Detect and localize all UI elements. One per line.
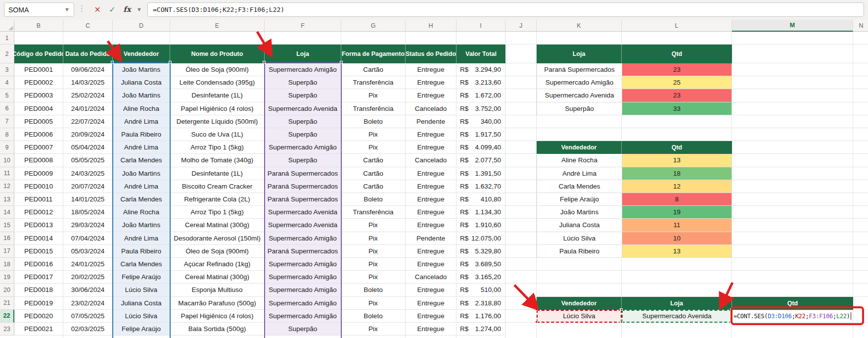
cell[interactable]: Paraná Supermercados bbox=[265, 167, 341, 180]
cell[interactable]: Paula Ribeiro bbox=[113, 128, 170, 141]
cell[interactable]: Papel Higiênico (4 rolos) bbox=[170, 102, 265, 115]
cell[interactable]: Bala Sortida (500g) bbox=[170, 323, 265, 336]
insert-function-button[interactable]: fx bbox=[121, 3, 134, 16]
loja-summary-label[interactable]: Superpão bbox=[537, 102, 622, 115]
row-header-13[interactable]: 13 bbox=[0, 193, 14, 206]
cell[interactable]: Entregue bbox=[406, 63, 457, 76]
vendedor-summary-qtd[interactable]: 18 bbox=[622, 167, 732, 180]
cell[interactable]: Pix bbox=[341, 271, 406, 284]
cell[interactable]: R$340,00 bbox=[457, 115, 505, 128]
lookup-header-1[interactable]: Vendededor bbox=[537, 297, 622, 310]
cell[interactable]: 23/02/2024 bbox=[63, 297, 113, 310]
loja-summary-header-1[interactable]: Loja bbox=[537, 45, 622, 63]
cell[interactable]: PED0011 bbox=[14, 193, 63, 206]
cell[interactable]: Pix bbox=[341, 128, 406, 141]
cell[interactable]: Paula Ribeiro bbox=[113, 245, 170, 258]
row-header-14[interactable]: 14 bbox=[0, 206, 14, 219]
cell[interactable]: Entregue bbox=[406, 219, 457, 232]
cell[interactable]: Superpão bbox=[265, 89, 341, 102]
formula-input[interactable]: =CONT.SES(D3:D106;K22;F3:F106;L22) bbox=[147, 2, 864, 17]
row-header-10[interactable]: 10 bbox=[0, 154, 14, 167]
cell[interactable]: João Martins bbox=[113, 63, 170, 76]
cell[interactable]: Supermercado Amigão bbox=[265, 141, 341, 154]
cell[interactable]: Supermercado Amigão bbox=[265, 258, 341, 271]
vendedor-summary-qtd[interactable]: 10 bbox=[622, 232, 732, 245]
cell[interactable]: 25/02/2024 bbox=[63, 89, 113, 102]
cell[interactable]: 20/09/2024 bbox=[63, 128, 113, 141]
main-table-header-2[interactable]: Data do Pedido bbox=[63, 45, 113, 63]
cell[interactable]: 05/05/2025 bbox=[63, 154, 113, 167]
cell[interactable]: 05/03/2024 bbox=[63, 245, 113, 258]
vendedor-summary-qtd[interactable]: 13 bbox=[622, 154, 732, 167]
row-header-17[interactable]: 17 bbox=[0, 245, 14, 258]
cell[interactable]: Desodorante Aerosol (150ml) bbox=[170, 232, 265, 245]
cell[interactable]: Lúcio Silva bbox=[113, 284, 170, 296]
row-header-19[interactable]: 19 bbox=[0, 271, 14, 284]
row-header-16[interactable]: 16 bbox=[0, 232, 14, 245]
cell[interactable]: Paraná Supermercados bbox=[265, 193, 341, 206]
cell[interactable]: PED0012 bbox=[14, 206, 63, 219]
cell[interactable]: PED0003 bbox=[14, 89, 63, 102]
row-header-11[interactable]: 11 bbox=[0, 167, 14, 180]
cell[interactable]: Transferência bbox=[341, 206, 406, 219]
cell[interactable]: PED0005 bbox=[14, 115, 63, 128]
cell[interactable]: Lúcio Silva bbox=[113, 310, 170, 323]
cell[interactable]: Cancelado bbox=[406, 102, 457, 115]
cell[interactable]: André Lima bbox=[113, 141, 170, 154]
cell[interactable]: Entregue bbox=[406, 193, 457, 206]
cell[interactable]: 29/03/2024 bbox=[63, 219, 113, 232]
column-header-C[interactable]: C bbox=[63, 20, 113, 32]
row-header-7[interactable]: 7 bbox=[0, 115, 14, 128]
cell[interactable]: R$1.134,30 bbox=[457, 206, 505, 219]
cell[interactable]: João Martins bbox=[113, 219, 170, 232]
cell[interactable]: R$1.910,60 bbox=[457, 219, 505, 232]
vendedor-summary-qtd[interactable]: 8 bbox=[622, 193, 732, 206]
cell[interactable]: 07/04/2024 bbox=[63, 232, 113, 245]
cell[interactable]: Transferência bbox=[341, 76, 406, 89]
cell[interactable]: Superpão bbox=[265, 323, 341, 336]
cell[interactable]: Suco de Uva (1L) bbox=[170, 128, 265, 141]
cell[interactable]: Pix bbox=[341, 323, 406, 336]
cell[interactable]: PED0006 bbox=[14, 128, 63, 141]
cell[interactable]: Supermercado Amigão bbox=[265, 297, 341, 310]
cell[interactable]: André Lima bbox=[113, 232, 170, 245]
vendedor-summary-header-2[interactable]: Qtd bbox=[622, 141, 732, 154]
cell[interactable]: Superpão bbox=[265, 115, 341, 128]
main-table-header-3[interactable]: Vendededor bbox=[113, 45, 170, 63]
cell[interactable]: PED0020 bbox=[14, 310, 63, 323]
cell[interactable]: Leite Condensado (395g) bbox=[170, 76, 265, 89]
cell[interactable]: Aline Rocha bbox=[113, 102, 170, 115]
cell[interactable]: Arroz Tipo 1 (5kg) bbox=[170, 206, 265, 219]
cell[interactable]: R$1.672,00 bbox=[457, 89, 505, 102]
cell[interactable]: Cartão bbox=[341, 180, 406, 193]
cell[interactable]: R$3.213,60 bbox=[457, 76, 505, 89]
cell[interactable]: R$4.099,40 bbox=[457, 141, 505, 154]
cell[interactable]: Superpão bbox=[265, 128, 341, 141]
cell[interactable]: 22/07/2024 bbox=[63, 115, 113, 128]
column-header-B[interactable]: B bbox=[14, 20, 63, 32]
cancel-button[interactable]: ✕ bbox=[91, 3, 104, 16]
row-header-18[interactable]: 18 bbox=[0, 258, 14, 271]
cell[interactable]: PED0002 bbox=[14, 76, 63, 89]
cell[interactable]: Entregue bbox=[406, 89, 457, 102]
loja-summary-header-2[interactable]: Qtd bbox=[622, 45, 732, 63]
column-header-J[interactable]: J bbox=[505, 20, 537, 32]
cell[interactable]: João Martins bbox=[113, 167, 170, 180]
cell[interactable]: Supermercado Amigão bbox=[265, 284, 341, 296]
loja-summary-qtd[interactable]: 23 bbox=[622, 89, 732, 102]
cell[interactable]: PED0007 bbox=[14, 141, 63, 154]
lookup-header-2[interactable]: Loja bbox=[622, 297, 732, 310]
vendedor-summary-qtd[interactable]: 12 bbox=[622, 180, 732, 193]
range-handle[interactable] bbox=[169, 61, 172, 64]
cell[interactable]: R$3.689,50 bbox=[457, 258, 505, 271]
cell[interactable]: Desinfetante (1L) bbox=[170, 89, 265, 102]
column-header-N[interactable]: N bbox=[853, 20, 868, 32]
cell[interactable]: Pix bbox=[341, 219, 406, 232]
row-header-12[interactable]: 12 bbox=[0, 180, 14, 193]
cell[interactable]: PED0016 bbox=[14, 258, 63, 271]
cell[interactable]: R$5.329,80 bbox=[457, 245, 505, 258]
cell[interactable]: Entregue bbox=[406, 180, 457, 193]
cell[interactable]: R$2.077,50 bbox=[457, 154, 505, 167]
vendedor-summary-qtd[interactable]: 13 bbox=[622, 245, 732, 258]
cell[interactable]: Cartão bbox=[341, 63, 406, 76]
